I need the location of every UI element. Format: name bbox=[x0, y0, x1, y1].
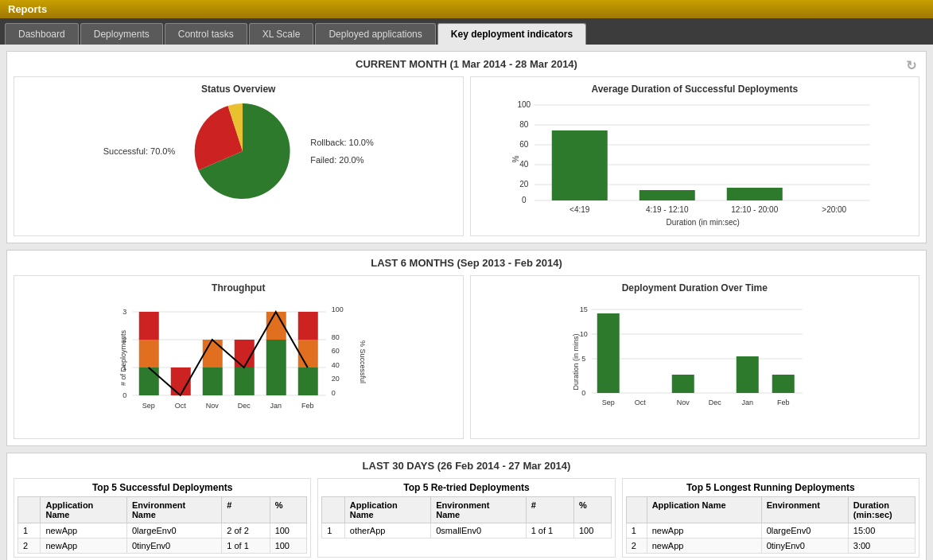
row-num: 1 bbox=[18, 523, 41, 539]
svg-rect-47 bbox=[298, 340, 318, 368]
row-app: newApp bbox=[41, 539, 126, 554]
col-count: # bbox=[526, 497, 573, 523]
svg-text:<4:19: <4:19 bbox=[570, 205, 590, 214]
svg-text:5: 5 bbox=[581, 355, 585, 363]
svg-rect-13 bbox=[551, 130, 607, 200]
svg-text:# of Deployments: # of Deployments bbox=[119, 329, 127, 386]
svg-text:0: 0 bbox=[332, 389, 336, 397]
svg-text:4:19 - 12:10: 4:19 - 12:10 bbox=[646, 205, 689, 214]
throughput-svg: 3 2 1 0 # of Deployments Sep bbox=[21, 298, 457, 430]
svg-rect-17 bbox=[726, 188, 782, 200]
top-successful-table-section: Top 5 Successful Deployments Application… bbox=[14, 478, 311, 558]
row-num: 1 bbox=[626, 523, 647, 539]
svg-text:Jan: Jan bbox=[741, 399, 753, 406]
top-longest-table-section: Top 5 Longest Running Deployments Applic… bbox=[622, 478, 919, 558]
svg-text:>20:00: >20:00 bbox=[822, 205, 846, 214]
tab-control-tasks[interactable]: Control tasks bbox=[165, 23, 247, 45]
svg-text:0: 0 bbox=[122, 391, 126, 399]
row-pct: 100 bbox=[573, 523, 611, 539]
top-successful-table: ApplicationName EnvironmentName # % 1 ne… bbox=[17, 496, 307, 554]
refresh-icon[interactable]: ↻ bbox=[906, 58, 916, 73]
svg-rect-43 bbox=[266, 340, 286, 395]
row-app: newApp bbox=[647, 539, 761, 554]
svg-rect-66 bbox=[597, 313, 619, 393]
svg-rect-32 bbox=[139, 340, 159, 368]
table-header-row: ApplicationName EnvironmentName # % bbox=[322, 497, 611, 523]
current-month-charts: Status Overview Successful: 70.0% bbox=[14, 76, 919, 236]
throughput-chart-title: Throughput bbox=[21, 282, 457, 294]
col-pct: % bbox=[573, 497, 611, 523]
top-retried-table: ApplicationName EnvironmentName # % 1 ot… bbox=[321, 496, 611, 539]
svg-text:0: 0 bbox=[581, 389, 585, 397]
col-num bbox=[18, 497, 41, 523]
row-num: 1 bbox=[322, 523, 344, 539]
top-longest-table: Application Name Environment Duration(mi… bbox=[626, 496, 916, 554]
tab-xl-scale[interactable]: XL Scale bbox=[249, 23, 314, 45]
main-content: CURRENT MONTH (1 Mar 2014 - 28 Mar 2014)… bbox=[0, 45, 933, 560]
col-count: # bbox=[222, 497, 270, 523]
svg-text:Sep: Sep bbox=[142, 402, 155, 410]
pie-legend-left: Successful: 70.0% bbox=[103, 146, 176, 156]
tab-deployments[interactable]: Deployments bbox=[80, 23, 163, 45]
col-env: Environment bbox=[761, 497, 848, 523]
row-app: otherApp bbox=[344, 523, 430, 539]
tab-deployed-applications[interactable]: Deployed applications bbox=[315, 23, 435, 45]
svg-text:20: 20 bbox=[332, 375, 340, 383]
svg-text:Duration (in mins): Duration (in mins) bbox=[571, 333, 579, 390]
row-env: 0tinyEnv0 bbox=[761, 539, 848, 554]
svg-text:0: 0 bbox=[521, 196, 526, 204]
svg-text:100: 100 bbox=[332, 305, 344, 313]
col-app-name: Application Name bbox=[647, 497, 761, 523]
col-env-name: EnvironmentName bbox=[126, 497, 221, 523]
svg-rect-33 bbox=[139, 312, 159, 340]
row-env: 0largeEnv0 bbox=[126, 523, 221, 539]
svg-text:Feb: Feb bbox=[301, 402, 314, 410]
svg-text:Oct: Oct bbox=[634, 399, 646, 406]
svg-rect-72 bbox=[736, 356, 758, 393]
duration-bar-chart-title: Average Duration of Successful Deploymen… bbox=[477, 84, 913, 95]
current-month-header: CURRENT MONTH (1 Mar 2014 - 28 Mar 2014)… bbox=[14, 58, 919, 70]
svg-text:Feb: Feb bbox=[776, 399, 789, 406]
table-header-row: ApplicationName EnvironmentName # % bbox=[18, 497, 307, 523]
row-count: 1 of 1 bbox=[526, 523, 573, 539]
svg-text:15: 15 bbox=[579, 305, 587, 313]
svg-text:Jan: Jan bbox=[270, 402, 282, 410]
col-env-name: EnvironmentName bbox=[431, 497, 526, 523]
duration-bar-chart-svg: 100 80 60 40 20 0 % <4:19 bbox=[477, 99, 913, 227]
table-row: 1 newApp 0largeEnv0 15:00 bbox=[626, 523, 915, 539]
col-duration: Duration(min:sec) bbox=[848, 497, 915, 523]
svg-text:Nov: Nov bbox=[206, 402, 220, 410]
svg-text:12:10 - 20:00: 12:10 - 20:00 bbox=[731, 205, 778, 214]
svg-text:Oct: Oct bbox=[175, 402, 187, 410]
row-num: 2 bbox=[626, 539, 647, 554]
top-longest-title: Top 5 Longest Running Deployments bbox=[626, 482, 916, 493]
svg-rect-37 bbox=[203, 368, 223, 395]
failed-legend: Failed: 20.0% bbox=[310, 155, 374, 165]
table-row: 2 newApp 0tinyEnv0 1 of 1 100 bbox=[18, 539, 307, 554]
tab-key-deployment-indicators[interactable]: Key deployment indicators bbox=[437, 23, 586, 45]
svg-rect-69 bbox=[671, 375, 694, 393]
svg-rect-31 bbox=[139, 368, 159, 395]
last-6-months-charts: Throughput 3 2 1 0 # of Deployments bbox=[14, 275, 919, 439]
top-longest-body: 1 newApp 0largeEnv0 15:002 newApp 0tinyE… bbox=[626, 523, 915, 554]
svg-rect-38 bbox=[203, 340, 223, 368]
svg-text:10: 10 bbox=[579, 330, 587, 338]
table-row: 2 newApp 0tinyEnv0 3:00 bbox=[626, 539, 915, 554]
table-row: 1 newApp 0largeEnv0 2 of 2 100 bbox=[18, 523, 307, 539]
svg-text:60: 60 bbox=[519, 140, 529, 149]
col-pct: % bbox=[270, 497, 307, 523]
top-retried-title: Top 5 Re-tried Deployments bbox=[321, 482, 611, 493]
col-num bbox=[322, 497, 344, 523]
row-env: 0largeEnv0 bbox=[761, 523, 848, 539]
top-retried-body: 1 otherApp 0smallEnv0 1 of 1 100 bbox=[322, 523, 611, 539]
duration-over-time-container: Deployment Duration Over Time 15 10 5 0 … bbox=[470, 275, 920, 439]
svg-rect-15 bbox=[639, 190, 694, 200]
svg-text:Dec: Dec bbox=[238, 402, 251, 410]
svg-text:40: 40 bbox=[519, 160, 529, 169]
title-bar: Reports bbox=[0, 0, 933, 18]
row-duration: 3:00 bbox=[848, 539, 915, 554]
row-count: 2 of 2 bbox=[222, 523, 270, 539]
duration-over-time-title: Deployment Duration Over Time bbox=[477, 282, 913, 294]
tab-dashboard[interactable]: Dashboard bbox=[5, 23, 79, 45]
row-count: 1 of 1 bbox=[222, 539, 270, 554]
